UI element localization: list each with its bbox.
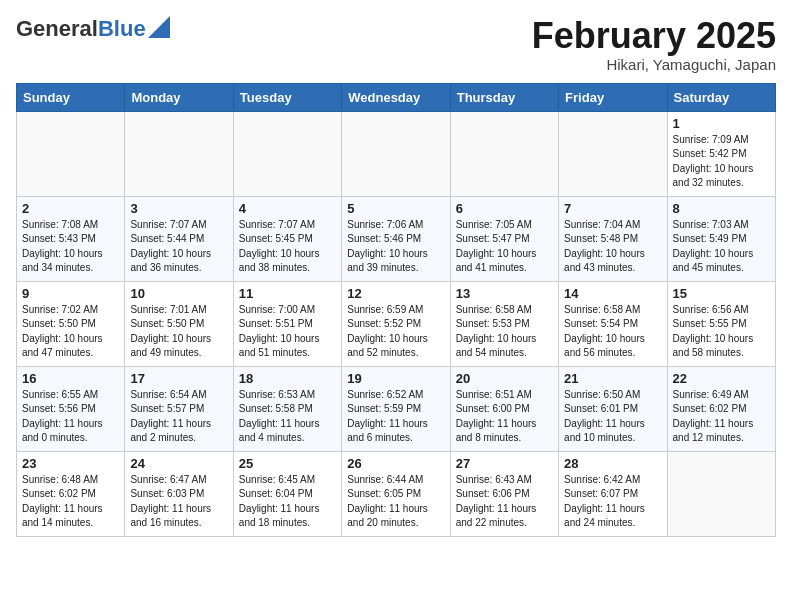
calendar-cell xyxy=(559,111,667,196)
day-info: Sunrise: 7:03 AM Sunset: 5:49 PM Dayligh… xyxy=(673,218,770,276)
calendar-cell: 20Sunrise: 6:51 AM Sunset: 6:00 PM Dayli… xyxy=(450,366,558,451)
day-info: Sunrise: 7:04 AM Sunset: 5:48 PM Dayligh… xyxy=(564,218,661,276)
weekday-header: Friday xyxy=(559,83,667,111)
calendar-cell: 25Sunrise: 6:45 AM Sunset: 6:04 PM Dayli… xyxy=(233,451,341,536)
logo: General Blue xyxy=(16,16,170,42)
day-number: 14 xyxy=(564,286,661,301)
day-info: Sunrise: 6:52 AM Sunset: 5:59 PM Dayligh… xyxy=(347,388,444,446)
day-info: Sunrise: 7:09 AM Sunset: 5:42 PM Dayligh… xyxy=(673,133,770,191)
day-number: 19 xyxy=(347,371,444,386)
day-number: 26 xyxy=(347,456,444,471)
calendar-cell: 18Sunrise: 6:53 AM Sunset: 5:58 PM Dayli… xyxy=(233,366,341,451)
day-info: Sunrise: 6:58 AM Sunset: 5:54 PM Dayligh… xyxy=(564,303,661,361)
calendar-cell: 14Sunrise: 6:58 AM Sunset: 5:54 PM Dayli… xyxy=(559,281,667,366)
calendar-cell: 1Sunrise: 7:09 AM Sunset: 5:42 PM Daylig… xyxy=(667,111,775,196)
calendar-cell: 15Sunrise: 6:56 AM Sunset: 5:55 PM Dayli… xyxy=(667,281,775,366)
day-number: 21 xyxy=(564,371,661,386)
calendar-cell: 16Sunrise: 6:55 AM Sunset: 5:56 PM Dayli… xyxy=(17,366,125,451)
calendar-cell: 23Sunrise: 6:48 AM Sunset: 6:02 PM Dayli… xyxy=(17,451,125,536)
day-info: Sunrise: 6:59 AM Sunset: 5:52 PM Dayligh… xyxy=(347,303,444,361)
calendar-cell xyxy=(17,111,125,196)
svg-marker-0 xyxy=(148,16,170,38)
day-info: Sunrise: 6:50 AM Sunset: 6:01 PM Dayligh… xyxy=(564,388,661,446)
calendar-cell: 9Sunrise: 7:02 AM Sunset: 5:50 PM Daylig… xyxy=(17,281,125,366)
day-info: Sunrise: 6:55 AM Sunset: 5:56 PM Dayligh… xyxy=(22,388,119,446)
weekday-header: Tuesday xyxy=(233,83,341,111)
calendar-week-row: 2Sunrise: 7:08 AM Sunset: 5:43 PM Daylig… xyxy=(17,196,776,281)
day-number: 4 xyxy=(239,201,336,216)
day-info: Sunrise: 6:43 AM Sunset: 6:06 PM Dayligh… xyxy=(456,473,553,531)
calendar-cell: 8Sunrise: 7:03 AM Sunset: 5:49 PM Daylig… xyxy=(667,196,775,281)
calendar-cell: 19Sunrise: 6:52 AM Sunset: 5:59 PM Dayli… xyxy=(342,366,450,451)
calendar-table: SundayMondayTuesdayWednesdayThursdayFrid… xyxy=(16,83,776,537)
day-info: Sunrise: 6:56 AM Sunset: 5:55 PM Dayligh… xyxy=(673,303,770,361)
day-number: 10 xyxy=(130,286,227,301)
day-info: Sunrise: 6:53 AM Sunset: 5:58 PM Dayligh… xyxy=(239,388,336,446)
weekday-header: Saturday xyxy=(667,83,775,111)
day-info: Sunrise: 7:00 AM Sunset: 5:51 PM Dayligh… xyxy=(239,303,336,361)
day-number: 16 xyxy=(22,371,119,386)
day-number: 23 xyxy=(22,456,119,471)
logo-blue: Blue xyxy=(98,16,146,42)
calendar-cell: 5Sunrise: 7:06 AM Sunset: 5:46 PM Daylig… xyxy=(342,196,450,281)
weekday-header: Monday xyxy=(125,83,233,111)
day-info: Sunrise: 7:07 AM Sunset: 5:45 PM Dayligh… xyxy=(239,218,336,276)
day-info: Sunrise: 6:42 AM Sunset: 6:07 PM Dayligh… xyxy=(564,473,661,531)
calendar-cell: 22Sunrise: 6:49 AM Sunset: 6:02 PM Dayli… xyxy=(667,366,775,451)
calendar-header-row: SundayMondayTuesdayWednesdayThursdayFrid… xyxy=(17,83,776,111)
calendar-cell: 17Sunrise: 6:54 AM Sunset: 5:57 PM Dayli… xyxy=(125,366,233,451)
day-info: Sunrise: 6:54 AM Sunset: 5:57 PM Dayligh… xyxy=(130,388,227,446)
logo-general: General xyxy=(16,16,98,42)
day-info: Sunrise: 6:58 AM Sunset: 5:53 PM Dayligh… xyxy=(456,303,553,361)
day-info: Sunrise: 7:05 AM Sunset: 5:47 PM Dayligh… xyxy=(456,218,553,276)
day-number: 18 xyxy=(239,371,336,386)
day-info: Sunrise: 6:51 AM Sunset: 6:00 PM Dayligh… xyxy=(456,388,553,446)
calendar-cell: 28Sunrise: 6:42 AM Sunset: 6:07 PM Dayli… xyxy=(559,451,667,536)
calendar-cell: 3Sunrise: 7:07 AM Sunset: 5:44 PM Daylig… xyxy=(125,196,233,281)
calendar-cell: 11Sunrise: 7:00 AM Sunset: 5:51 PM Dayli… xyxy=(233,281,341,366)
day-info: Sunrise: 6:45 AM Sunset: 6:04 PM Dayligh… xyxy=(239,473,336,531)
day-info: Sunrise: 7:02 AM Sunset: 5:50 PM Dayligh… xyxy=(22,303,119,361)
day-info: Sunrise: 7:06 AM Sunset: 5:46 PM Dayligh… xyxy=(347,218,444,276)
day-number: 11 xyxy=(239,286,336,301)
day-number: 8 xyxy=(673,201,770,216)
calendar-cell: 7Sunrise: 7:04 AM Sunset: 5:48 PM Daylig… xyxy=(559,196,667,281)
calendar-week-row: 1Sunrise: 7:09 AM Sunset: 5:42 PM Daylig… xyxy=(17,111,776,196)
calendar-cell: 26Sunrise: 6:44 AM Sunset: 6:05 PM Dayli… xyxy=(342,451,450,536)
calendar-cell: 4Sunrise: 7:07 AM Sunset: 5:45 PM Daylig… xyxy=(233,196,341,281)
calendar-cell: 10Sunrise: 7:01 AM Sunset: 5:50 PM Dayli… xyxy=(125,281,233,366)
day-number: 22 xyxy=(673,371,770,386)
title-block: February 2025 Hikari, Yamaguchi, Japan xyxy=(532,16,776,73)
day-info: Sunrise: 7:08 AM Sunset: 5:43 PM Dayligh… xyxy=(22,218,119,276)
day-number: 25 xyxy=(239,456,336,471)
day-info: Sunrise: 7:07 AM Sunset: 5:44 PM Dayligh… xyxy=(130,218,227,276)
calendar-cell: 13Sunrise: 6:58 AM Sunset: 5:53 PM Dayli… xyxy=(450,281,558,366)
day-number: 27 xyxy=(456,456,553,471)
day-number: 1 xyxy=(673,116,770,131)
day-info: Sunrise: 6:48 AM Sunset: 6:02 PM Dayligh… xyxy=(22,473,119,531)
location: Hikari, Yamaguchi, Japan xyxy=(532,56,776,73)
day-number: 28 xyxy=(564,456,661,471)
calendar-cell xyxy=(233,111,341,196)
calendar-week-row: 9Sunrise: 7:02 AM Sunset: 5:50 PM Daylig… xyxy=(17,281,776,366)
page-header: General Blue February 2025 Hikari, Yamag… xyxy=(16,16,776,73)
logo-icon xyxy=(148,16,170,38)
day-number: 17 xyxy=(130,371,227,386)
calendar-cell xyxy=(125,111,233,196)
calendar-cell: 2Sunrise: 7:08 AM Sunset: 5:43 PM Daylig… xyxy=(17,196,125,281)
day-info: Sunrise: 6:49 AM Sunset: 6:02 PM Dayligh… xyxy=(673,388,770,446)
day-number: 3 xyxy=(130,201,227,216)
day-number: 2 xyxy=(22,201,119,216)
day-number: 6 xyxy=(456,201,553,216)
calendar-cell: 24Sunrise: 6:47 AM Sunset: 6:03 PM Dayli… xyxy=(125,451,233,536)
calendar-cell xyxy=(450,111,558,196)
day-info: Sunrise: 6:47 AM Sunset: 6:03 PM Dayligh… xyxy=(130,473,227,531)
day-number: 12 xyxy=(347,286,444,301)
day-number: 20 xyxy=(456,371,553,386)
month-title: February 2025 xyxy=(532,16,776,56)
calendar-cell: 6Sunrise: 7:05 AM Sunset: 5:47 PM Daylig… xyxy=(450,196,558,281)
day-number: 7 xyxy=(564,201,661,216)
weekday-header: Thursday xyxy=(450,83,558,111)
calendar-cell xyxy=(342,111,450,196)
day-number: 24 xyxy=(130,456,227,471)
